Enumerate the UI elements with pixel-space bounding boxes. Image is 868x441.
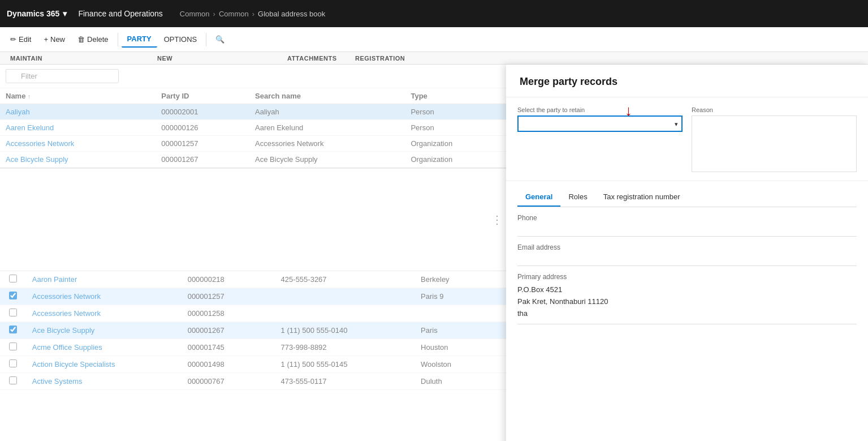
row-checkbox[interactable] (9, 359, 17, 367)
table-row[interactable]: Aaron Painter 000000218 425-555-3267 Ber… (0, 271, 508, 288)
options-tab-button[interactable]: OPTIONS (158, 32, 203, 47)
cell-name[interactable]: Acme Office Supplies (27, 339, 182, 356)
cell-type: Organization (405, 136, 508, 152)
section-labels: MAINTAIN NEW ATTACHMENTS REGISTRATION (0, 52, 868, 65)
section-new: NEW (152, 55, 282, 62)
tab-general-content: Phone Email address Primary address P.O.… (517, 214, 857, 324)
address-line-2: Pak Kret, Nonthaburi 11120 (517, 296, 857, 308)
checkbox-cell[interactable] (0, 373, 27, 390)
section-attachments: ATTACHMENTS (282, 55, 349, 62)
cell-name[interactable]: Action Bicycle Specialists (27, 356, 182, 373)
edit-icon: ✏ (10, 35, 16, 44)
party-select-dropdown[interactable] (517, 115, 683, 132)
table-row[interactable]: Acme Office Supplies 000001745 773-998-8… (0, 339, 508, 356)
cell-name[interactable]: Accessories Network (27, 305, 182, 322)
email-field: Email address (517, 243, 857, 266)
cell-phone: 1 (11) 500 555-0145 (275, 356, 415, 373)
filter-input[interactable] (6, 69, 119, 83)
row-checkbox[interactable] (9, 275, 17, 282)
edit-button[interactable]: ✏ Edit (5, 32, 37, 47)
table-row[interactable]: Action Bicycle Specialists 000001498 1 (… (0, 356, 508, 373)
cell-city: Paris (415, 322, 508, 339)
cell-name[interactable]: Active Systems (27, 373, 182, 390)
search-icon: 🔍 (215, 35, 224, 44)
table-header-row: Name ↑ Party ID Search name Type (0, 88, 508, 104)
table-row[interactable]: Ace Bicycle Supply 000001267 Ace Bicycle… (0, 152, 508, 168)
cell-phone (275, 288, 415, 305)
checkbox-cell[interactable] (0, 322, 27, 339)
table-row[interactable]: Accessories Network 000001257 Accessorie… (0, 136, 508, 152)
primary-address-field: Primary address P.O.Box 4521 Pak Kret, N… (517, 273, 857, 324)
more-options-icon[interactable]: ⋮ (491, 213, 503, 226)
checkbox-cell[interactable] (0, 305, 27, 322)
separator-2 (206, 33, 206, 46)
row-checkbox[interactable] (9, 376, 17, 384)
checkbox-cell[interactable] (0, 271, 27, 288)
cell-type: Person (405, 104, 508, 120)
plus-icon: + (44, 35, 48, 44)
address-value: P.O.Box 4521 Pak Kret, Nonthaburi 11120 … (517, 282, 857, 324)
breadcrumb: Common › Common › Global address book (180, 10, 325, 18)
merge-panel: Merge party records ↓ Select the party t… (506, 65, 868, 441)
checkbox-cell[interactable] (0, 356, 27, 373)
breadcrumb-sep-1: › (213, 10, 215, 18)
row-checkbox[interactable] (9, 309, 17, 316)
bottom-table-section: Aaron Painter 000000218 425-555-3267 Ber… (0, 271, 508, 441)
cell-name[interactable]: Accessories Network (0, 136, 156, 152)
filter-wrap: 🔍 (6, 69, 119, 83)
phone-label: Phone (517, 214, 857, 222)
reason-section: Reason (692, 106, 857, 174)
checkbox-cell[interactable] (0, 339, 27, 356)
filter-bar: 🔍 (0, 65, 508, 88)
merge-header: Merge party records (506, 65, 868, 97)
row-checkbox[interactable] (9, 292, 17, 299)
cell-party-id: 000001267 (156, 152, 249, 168)
command-bar: ✏ Edit + New 🗑 Delete PARTY OPTIONS 🔍 (0, 27, 868, 52)
cell-name[interactable]: Aaren Ekelund (0, 120, 156, 136)
phone-value (517, 223, 857, 237)
breadcrumb-item-3: Global address book (258, 10, 325, 18)
delete-button[interactable]: 🗑 Delete (72, 32, 114, 47)
cell-name[interactable]: Aaliyah (0, 104, 156, 120)
cell-name[interactable]: Aaron Painter (27, 271, 182, 288)
sort-icon: ↑ (28, 93, 31, 100)
tab-roles[interactable]: Roles (560, 188, 595, 207)
cell-name[interactable]: Accessories Network (27, 288, 182, 305)
cell-name[interactable]: Ace Bicycle Supply (0, 152, 156, 168)
brand-logo[interactable]: Dynamics 365 ▾ (7, 9, 67, 18)
table-row[interactable]: Ace Bicycle Supply 000001267 1 (11) 500 … (0, 322, 508, 339)
table-row[interactable]: Aaliyah 000002001 Aaliyah Person (0, 104, 508, 120)
cell-type: Organization (405, 152, 508, 168)
row-checkbox[interactable] (9, 326, 17, 333)
checkbox-cell[interactable] (0, 288, 27, 305)
cell-party-id: 000001257 (182, 288, 275, 305)
col-name: Name ↑ (0, 88, 156, 104)
address-line-3: tha (517, 308, 857, 320)
party-tab-button[interactable]: PARTY (122, 31, 157, 48)
cell-city: Duluth (415, 373, 508, 390)
table-row[interactable]: Accessories Network 000001258 (0, 305, 508, 322)
delete-icon: 🗑 (77, 35, 85, 44)
table-row[interactable]: Aaren Ekelund 000000126 Aaren Ekelund Pe… (0, 120, 508, 136)
search-button[interactable]: 🔍 (210, 32, 230, 47)
dropdown-wrap: ▾ (517, 115, 683, 132)
table-row[interactable]: Accessories Network 000001257 Paris 9 (0, 288, 508, 305)
row-checkbox[interactable] (9, 342, 17, 350)
brand-name: Dynamics 365 (7, 9, 59, 18)
reason-textarea[interactable] (692, 115, 857, 172)
cell-name[interactable]: Ace Bicycle Supply (27, 322, 182, 339)
tab-tax-registration[interactable]: Tax registration number (595, 188, 688, 207)
col-search-name: Search name (249, 88, 405, 104)
table-row[interactable]: Active Systems 000000767 473-555-0117 Du… (0, 373, 508, 390)
breadcrumb-item-2[interactable]: Common (219, 10, 249, 18)
cell-party-id: 000001267 (182, 322, 275, 339)
cell-phone (275, 305, 415, 322)
new-button[interactable]: + New (38, 32, 71, 47)
section-maintain: MAINTAIN (5, 55, 152, 62)
cell-party-id: 000001257 (156, 136, 249, 152)
email-label: Email address (517, 243, 857, 251)
cell-search-name: Aaren Ekelund (249, 120, 405, 136)
tab-general[interactable]: General (517, 188, 560, 207)
address-line-1: P.O.Box 4521 (517, 284, 857, 296)
breadcrumb-item-1[interactable]: Common (180, 10, 210, 18)
